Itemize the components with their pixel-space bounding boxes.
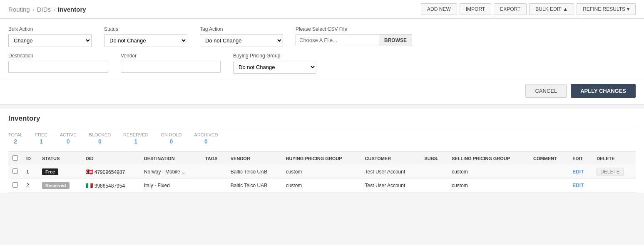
header-tags: TAGS — [201, 152, 226, 165]
row-tags — [201, 179, 226, 193]
stat-on-hold-value: 0 — [170, 138, 173, 145]
stat-free-label: FREE — [35, 132, 47, 137]
stat-total: TOTAL 2 — [8, 132, 22, 145]
header-selling-pricing-group: SELLING PRICING GROUP — [448, 152, 529, 165]
inventory-table: ID STATUS DID DESTINATION TAGS VENDOR BU… — [8, 151, 636, 193]
bulk-row-1: Bulk Action Change Delete Status Do not … — [8, 26, 636, 47]
buying-pricing-group-group: Buying Pricing Group Do not Change — [233, 53, 316, 74]
row-vendor: Baltic Telco UAB — [226, 179, 282, 193]
stat-active-label: ACTIVE — [60, 132, 77, 137]
chevron-down-icon: ▾ — [627, 6, 629, 12]
inventory-title: Inventory — [8, 109, 636, 128]
row-destination: Italy - Fixed — [140, 179, 201, 193]
refine-results-button[interactable]: REFINE RESULTS ▾ — [577, 3, 636, 15]
header-status: STATUS — [38, 152, 82, 165]
row-checkbox[interactable] — [12, 168, 18, 174]
stat-archived-label: ARCHIVED — [194, 132, 218, 137]
row-delete-cell: DELETE — [592, 165, 636, 179]
header-id: ID — [22, 152, 38, 165]
row-comment — [529, 179, 568, 193]
buying-pricing-group-select[interactable]: Do not Change — [233, 61, 316, 74]
destination-label: Destination — [8, 53, 108, 59]
row-delete-cell — [592, 179, 636, 193]
bulk-edit-panel: Bulk Action Change Delete Status Do not … — [0, 19, 644, 78]
edit-link[interactable]: EDIT — [572, 183, 584, 188]
status-group: Status Do not Change Free Active Blocked… — [104, 26, 187, 47]
csv-file-input[interactable] — [296, 34, 379, 46]
cancel-button[interactable]: CANCEL — [525, 84, 567, 98]
row-selling-pricing-group: custom — [448, 179, 529, 193]
bulk-action-label: Bulk Action — [8, 26, 92, 32]
row-edit-cell: EDIT — [568, 179, 592, 193]
row-id: 2 — [22, 179, 38, 193]
tag-action-select[interactable]: Do not Change Add Remove — [200, 34, 283, 47]
csv-section: Please Select CSV File BROWSE — [296, 26, 412, 46]
bulk-edit-button[interactable]: BULK EDIT ▲ — [529, 3, 574, 15]
inventory-section: Inventory TOTAL 2 FREE 1 ACTIVE 0 BLOCKE… — [0, 109, 644, 193]
breadcrumb: Routing › DIDs › Inventory — [8, 6, 86, 13]
buying-pricing-group-label: Buying Pricing Group — [233, 53, 316, 59]
header-vendor: VENDOR — [226, 152, 282, 165]
header-comment: COMMENT — [529, 152, 568, 165]
stat-blocked-value: 0 — [98, 138, 102, 145]
delete-button[interactable]: DELETE — [597, 168, 624, 176]
bulk-action-select[interactable]: Change Delete — [8, 34, 92, 47]
row-vendor: Baltic Telco UAB — [226, 165, 282, 179]
stat-reserved: RESERVED 1 — [123, 132, 148, 145]
row-checkbox[interactable] — [12, 182, 18, 188]
destination-input[interactable] — [8, 61, 108, 73]
stats-row: TOTAL 2 FREE 1 ACTIVE 0 BLOCKED 0 RESERV… — [8, 128, 636, 149]
stat-on-hold-label: ON HOLD — [161, 132, 182, 137]
header-edit: EDIT — [568, 152, 592, 165]
bulk-row-2: Destination Vendor Buying Pricing Group … — [8, 53, 636, 74]
top-actions: ADD NEW IMPORT EXPORT BULK EDIT ▲ REFINE… — [421, 3, 636, 15]
status-select[interactable]: Do not Change Free Active Blocked Reserv… — [104, 34, 187, 47]
inventory-table-wrapper: ID STATUS DID DESTINATION TAGS VENDOR BU… — [8, 151, 636, 193]
csv-label: Please Select CSV File — [296, 26, 412, 32]
edit-link[interactable]: EDIT — [572, 169, 584, 175]
browse-button[interactable]: BROWSE — [379, 34, 412, 46]
breadcrumb-sep1: › — [32, 6, 35, 13]
stat-active: ACTIVE 0 — [60, 132, 77, 145]
row-subs — [420, 179, 448, 193]
stat-blocked: BLOCKED 0 — [89, 132, 111, 145]
row-status: Free — [38, 165, 82, 179]
breadcrumb-dids: DIDs — [37, 6, 51, 13]
row-comment — [529, 165, 568, 179]
header-buying-pricing-group: BUYING PRICING GROUP — [282, 152, 361, 165]
row-buying-pricing-group: custom — [282, 179, 361, 193]
chevron-up-icon: ▲ — [563, 6, 568, 12]
stat-blocked-label: BLOCKED — [89, 132, 111, 137]
add-new-button[interactable]: ADD NEW — [421, 3, 457, 15]
export-button[interactable]: EXPORT — [494, 3, 527, 15]
header-checkbox-cell — [8, 152, 22, 165]
vendor-group: Vendor — [121, 53, 221, 73]
row-subs — [420, 165, 448, 179]
csv-input-row: BROWSE — [296, 34, 412, 46]
stat-free-value: 1 — [40, 138, 43, 145]
row-did: 🇳🇴47909654987 — [82, 165, 140, 179]
stat-free: FREE 1 — [35, 132, 47, 145]
tag-action-label: Tag Action — [200, 26, 283, 32]
row-destination: Norway - Mobile ... — [140, 165, 201, 179]
vendor-label: Vendor — [121, 53, 221, 59]
table-header-row: ID STATUS DID DESTINATION TAGS VENDOR BU… — [8, 152, 636, 165]
stat-archived: ARCHIVED 0 — [194, 132, 218, 145]
header-delete: DELETE — [592, 152, 636, 165]
select-all-checkbox[interactable] — [12, 155, 18, 161]
import-button[interactable]: IMPORT — [460, 3, 491, 15]
destination-group: Destination — [8, 53, 108, 73]
stat-total-label: TOTAL — [8, 132, 22, 137]
row-tags — [201, 165, 226, 179]
stat-on-hold: ON HOLD 0 — [161, 132, 182, 145]
stat-archived-value: 0 — [204, 138, 208, 145]
row-id: 1 — [22, 165, 38, 179]
vendor-input[interactable] — [121, 61, 221, 73]
row-edit-cell: EDIT — [568, 165, 592, 179]
table-row: 2 Reserved 🇮🇹39865487954 Italy - Fixed B… — [8, 179, 636, 193]
apply-changes-button[interactable]: APLLY CHANGES — [571, 84, 636, 98]
header-customer: CUSTOMER — [361, 152, 420, 165]
action-row: CANCEL APLLY CHANGES — [0, 78, 644, 105]
bulk-action-group: Bulk Action Change Delete — [8, 26, 92, 47]
row-checkbox-cell — [8, 179, 22, 193]
